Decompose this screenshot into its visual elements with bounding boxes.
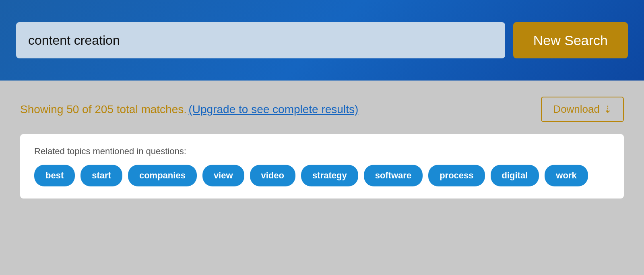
download-button[interactable]: Download ⇣	[541, 97, 624, 122]
upgrade-link-text: (Upgrade to see complete results)	[189, 103, 359, 116]
upgrade-link[interactable]: (Upgrade to see complete results)	[189, 103, 359, 116]
search-input[interactable]	[16, 22, 505, 58]
topic-tag[interactable]: view	[202, 165, 244, 186]
topics-label: Related topics mentioned in questions:	[34, 146, 610, 157]
new-search-label: New Search	[533, 33, 608, 48]
topic-tag[interactable]: start	[80, 165, 122, 186]
download-icon: ⇣	[604, 104, 612, 115]
results-bar: Showing 50 of 205 total matches. (Upgrad…	[20, 97, 624, 122]
topic-tag[interactable]: video	[250, 165, 295, 186]
results-text: Showing 50 of 205 total matches.	[20, 103, 187, 116]
topic-tag[interactable]: strategy	[301, 165, 358, 186]
topic-tag[interactable]: companies	[128, 165, 197, 186]
topic-tag[interactable]: best	[34, 165, 75, 186]
topic-tag[interactable]: work	[545, 165, 588, 186]
results-summary: Showing 50 of 205 total matches. (Upgrad…	[20, 103, 358, 116]
new-search-button[interactable]: New Search	[513, 22, 628, 58]
main-content: Showing 50 of 205 total matches. (Upgrad…	[0, 81, 644, 275]
topic-tag[interactable]: digital	[491, 165, 539, 186]
topic-tag[interactable]: software	[364, 165, 423, 186]
topics-box: Related topics mentioned in questions: b…	[20, 134, 624, 198]
download-label: Download	[553, 103, 600, 116]
header: New Search	[0, 0, 644, 81]
topics-tags: beststartcompaniesviewvideostrategysoftw…	[34, 165, 610, 186]
topic-tag[interactable]: process	[428, 165, 485, 186]
